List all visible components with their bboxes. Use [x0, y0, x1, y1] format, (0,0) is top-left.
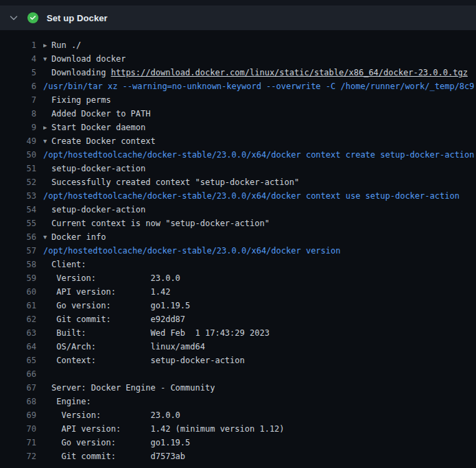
- log-line[interactable]: 54 setup-docker-action: [0, 203, 476, 217]
- log-line[interactable]: 59 Version: 23.0.0: [0, 271, 476, 285]
- line-content: ▶Start Docker daemon: [43, 121, 145, 134]
- line-content: Version: 23.0.0: [43, 408, 180, 422]
- group-title: Start Docker daemon: [51, 123, 145, 132]
- line-number[interactable]: 60: [0, 285, 36, 299]
- line-number[interactable]: 65: [0, 354, 36, 367]
- line-content: /opt/hostedtoolcache/docker-stable/23.0.…: [43, 189, 460, 203]
- log-line[interactable]: 55 Current context is now "setup-docker-…: [0, 217, 476, 230]
- line-number[interactable]: 61: [0, 299, 36, 312]
- log-line[interactable]: 53 /opt/hostedtoolcache/docker-stable/23…: [0, 189, 476, 203]
- line-number[interactable]: 8: [0, 107, 36, 121]
- line-number[interactable]: 67: [0, 381, 36, 395]
- line-number[interactable]: 51: [0, 162, 36, 175]
- line-number[interactable]: 50: [0, 148, 36, 162]
- page-top-strip: [0, 0, 476, 5]
- log-line[interactable]: 6 /usr/bin/tar xz --warning=no-unknown-k…: [0, 79, 476, 93]
- log-link[interactable]: https://download.docker.com/linux/static…: [111, 68, 468, 77]
- log-line[interactable]: 66: [0, 367, 476, 381]
- line-content: Built: Wed Feb 1 17:43:29 2023: [43, 326, 270, 340]
- line-content: /usr/bin/tar xz --warning=no-unknown-key…: [43, 79, 475, 93]
- log-line[interactable]: 67 Server: Docker Engine - Community: [0, 381, 476, 395]
- log-line[interactable]: 9 ▶Start Docker daemon: [0, 121, 476, 134]
- log-line[interactable]: 62 Git commit: e92dd87: [0, 312, 476, 326]
- log-line[interactable]: 5 Downloading https://download.docker.co…: [0, 66, 476, 79]
- line-number[interactable]: 70: [0, 422, 36, 436]
- log-line[interactable]: 7 Fixing perms: [0, 93, 476, 107]
- line-content: setup-docker-action: [43, 162, 145, 175]
- log-line[interactable]: 65 Context: setup-docker-action: [0, 354, 476, 367]
- line-content: /opt/hostedtoolcache/docker-stable/23.0.…: [43, 148, 475, 162]
- group-collapse-icon[interactable]: ▼: [43, 134, 51, 148]
- line-number[interactable]: 62: [0, 312, 36, 326]
- log-line[interactable]: 61 Go version: go1.19.5: [0, 299, 476, 312]
- log-line[interactable]: 51 setup-docker-action: [0, 162, 476, 175]
- group-title: Run ./: [51, 40, 81, 50]
- line-number[interactable]: 56: [0, 230, 36, 244]
- log-line[interactable]: 8 Added Docker to PATH: [0, 107, 476, 121]
- line-content: Current context is now "setup-docker-act…: [43, 217, 270, 230]
- line-number[interactable]: 58: [0, 258, 36, 271]
- line-content: ▶Run ./: [43, 38, 81, 52]
- line-content: ▼Download docker: [43, 52, 126, 66]
- log-line[interactable]: 68 Engine:: [0, 395, 476, 408]
- step-title: Set up Docker: [47, 13, 108, 23]
- line-number[interactable]: 6: [0, 79, 36, 93]
- line-content: Go version: go1.19.5: [43, 299, 190, 312]
- line-content: /opt/hostedtoolcache/docker-stable/23.0.…: [43, 244, 340, 258]
- log-line[interactable]: 56 ▼Docker info: [0, 230, 476, 244]
- line-number[interactable]: 69: [0, 408, 36, 422]
- line-number[interactable]: 68: [0, 395, 36, 408]
- line-content: API version: 1.42 (minimum version 1.12): [43, 422, 285, 436]
- line-number[interactable]: 9: [0, 121, 36, 134]
- line-content: Go version: go1.19.5: [43, 436, 190, 449]
- line-number[interactable]: 5: [0, 66, 36, 79]
- log-line[interactable]: 57 /opt/hostedtoolcache/docker-stable/23…: [0, 244, 476, 258]
- line-number[interactable]: 66: [0, 367, 36, 381]
- group-collapse-icon[interactable]: ▼: [43, 230, 51, 244]
- chevron-down-icon[interactable]: [10, 14, 19, 22]
- line-number[interactable]: 57: [0, 244, 36, 258]
- line-content: OS/Arch: linux/amd64: [43, 340, 205, 354]
- line-content: Fixing perms: [43, 93, 111, 107]
- step-header[interactable]: Set up Docker: [0, 5, 476, 30]
- log-line[interactable]: 50 /opt/hostedtoolcache/docker-stable/23…: [0, 148, 476, 162]
- line-number[interactable]: 63: [0, 326, 36, 340]
- log-line[interactable]: 60 API version: 1.42: [0, 285, 476, 299]
- line-content: Downloading https://download.docker.com/…: [43, 66, 468, 79]
- log-text: Downloading: [51, 68, 111, 77]
- line-number[interactable]: 54: [0, 203, 36, 217]
- log-line[interactable]: 70 API version: 1.42 (minimum version 1.…: [0, 422, 476, 436]
- line-number[interactable]: 71: [0, 436, 36, 449]
- line-content: API version: 1.42: [43, 285, 170, 299]
- log-line[interactable]: 1 ▶Run ./: [0, 38, 476, 52]
- log-line[interactable]: 69 Version: 23.0.0: [0, 408, 476, 422]
- log-line[interactable]: 52 Successfully created context "setup-d…: [0, 175, 476, 189]
- line-number[interactable]: 53: [0, 189, 36, 203]
- line-number[interactable]: 72: [0, 449, 36, 463]
- check-circle-icon: [27, 12, 38, 23]
- log-container: 1 ▶Run ./ 4 ▼Download docker 5 Downloadi…: [0, 30, 476, 463]
- group-collapse-icon[interactable]: ▼: [43, 52, 51, 66]
- line-number[interactable]: 4: [0, 52, 36, 66]
- log-line[interactable]: 64 OS/Arch: linux/amd64: [0, 340, 476, 354]
- line-number[interactable]: 64: [0, 340, 36, 354]
- line-content: Server: Docker Engine - Community: [43, 381, 215, 395]
- line-number[interactable]: 52: [0, 175, 36, 189]
- log-line[interactable]: 63 Built: Wed Feb 1 17:43:29 2023: [0, 326, 476, 340]
- line-content: Context: setup-docker-action: [43, 354, 245, 367]
- line-number[interactable]: 1: [0, 38, 36, 52]
- line-content: Git commit: e92dd87: [43, 312, 185, 326]
- log-line[interactable]: 58 Client:: [0, 258, 476, 271]
- log-line[interactable]: 71 Go version: go1.19.5: [0, 436, 476, 449]
- line-number[interactable]: 59: [0, 271, 36, 285]
- group-expand-icon[interactable]: ▶: [43, 121, 51, 134]
- log-line[interactable]: 4 ▼Download docker: [0, 52, 476, 66]
- log-line[interactable]: 72 Git commit: d7573ab: [0, 449, 476, 463]
- group-expand-icon[interactable]: ▶: [43, 38, 51, 52]
- line-content: Git commit: d7573ab: [43, 449, 185, 463]
- line-content: Added Docker to PATH: [43, 107, 151, 121]
- line-number[interactable]: 55: [0, 217, 36, 230]
- line-number[interactable]: 49: [0, 134, 36, 148]
- log-line[interactable]: 49 ▼Create Docker context: [0, 134, 476, 148]
- line-number[interactable]: 7: [0, 93, 36, 107]
